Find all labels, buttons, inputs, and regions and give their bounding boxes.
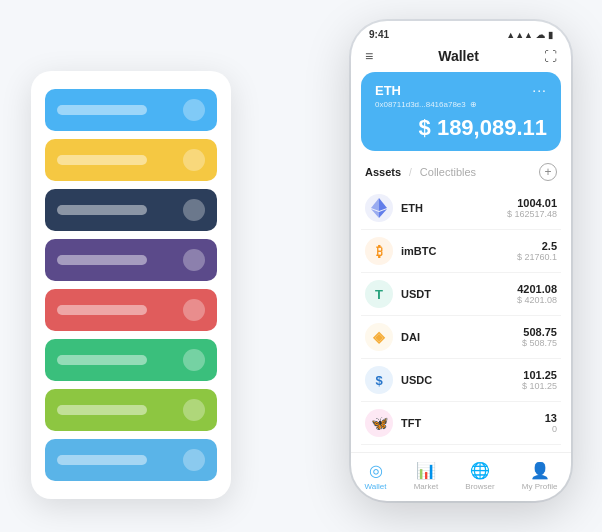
asset-row-tft[interactable]: 🦋 TFT 13 0 xyxy=(361,402,561,445)
nav-item-profile[interactable]: 👤 My Profile xyxy=(522,461,558,491)
nav-item-browser[interactable]: 🌐 Browser xyxy=(465,461,494,491)
asset-amounts: 101.25 $ 101.25 xyxy=(522,369,557,391)
asset-row-dai[interactable]: ◈ DAI 508.75 $ 508.75 xyxy=(361,316,561,359)
eth-card-options[interactable]: ··· xyxy=(532,82,547,98)
eth-icon xyxy=(365,194,393,222)
asset-row-usdc[interactable]: $ USDC 101.25 $ 101.25 xyxy=(361,359,561,402)
asset-primary-amount: 13 xyxy=(545,412,557,424)
svg-marker-0 xyxy=(371,198,379,211)
asset-row-usdt[interactable]: T USDT 4201.08 $ 4201.08 xyxy=(361,273,561,316)
list-item[interactable] xyxy=(45,89,217,131)
asset-secondary-amount: $ 4201.08 xyxy=(517,295,557,305)
asset-amounts: 1004.01 $ 162517.48 xyxy=(507,197,557,219)
asset-secondary-amount: $ 21760.1 xyxy=(517,252,557,262)
phone-header: ≡ Wallet ⛶ xyxy=(351,44,571,72)
asset-primary-amount: 101.25 xyxy=(522,369,557,381)
asset-name: imBTC xyxy=(401,245,517,257)
card-label xyxy=(57,305,147,315)
nav-label-wallet: Wallet xyxy=(365,482,387,491)
asset-primary-amount: 508.75 xyxy=(522,326,557,338)
browser-nav-icon: 🌐 xyxy=(470,461,490,480)
nav-item-wallet[interactable]: ◎ Wallet xyxy=(365,461,387,491)
wallet-nav-icon: ◎ xyxy=(369,461,383,480)
asset-primary-amount: 1004.01 xyxy=(507,197,557,209)
svg-marker-1 xyxy=(379,198,387,211)
eth-wallet-card[interactable]: ETH ··· 0x08711d3d...8416a78e3 ⊕ $ 189,0… xyxy=(361,72,561,151)
add-asset-button[interactable]: + xyxy=(539,163,557,181)
signal-icon: ▲▲▲ xyxy=(506,30,533,40)
card-label xyxy=(57,455,147,465)
imbtc-icon: ₿ xyxy=(365,237,393,265)
list-item[interactable] xyxy=(45,439,217,481)
asset-list: ETH 1004.01 $ 162517.48 ₿ imBTC 2.5 $ 21… xyxy=(351,187,571,452)
eth-balance: $ 189,089.11 xyxy=(375,115,547,141)
card-icon xyxy=(183,449,205,471)
nav-label-market: Market xyxy=(414,482,438,491)
card-label xyxy=(57,255,147,265)
asset-secondary-amount: $ 101.25 xyxy=(522,381,557,391)
card-icon xyxy=(183,149,205,171)
asset-amounts: 4201.08 $ 4201.08 xyxy=(517,283,557,305)
nav-label-profile: My Profile xyxy=(522,482,558,491)
expand-icon[interactable]: ⛶ xyxy=(544,49,557,64)
asset-primary-amount: 2.5 xyxy=(517,240,557,252)
list-item[interactable] xyxy=(45,139,217,181)
asset-secondary-amount: $ 508.75 xyxy=(522,338,557,348)
asset-name: USDT xyxy=(401,288,517,300)
asset-secondary-amount: $ 162517.48 xyxy=(507,209,557,219)
eth-card-address: 0x08711d3d...8416a78e3 ⊕ xyxy=(375,100,547,109)
page-title: Wallet xyxy=(438,48,479,64)
tab-collectibles[interactable]: Collectibles xyxy=(420,166,476,178)
main-scene: 9:41 ▲▲▲ ☁ ▮ ≡ Wallet ⛶ ETH ··· 0x08711d… xyxy=(21,21,581,511)
eth-card-title: ETH xyxy=(375,83,401,98)
bottom-nav: ◎ Wallet 📊 Market 🌐 Browser 👤 My Profile xyxy=(351,452,571,501)
profile-nav-icon: 👤 xyxy=(530,461,550,480)
asset-amounts: 13 0 xyxy=(545,412,557,434)
usdt-icon: T xyxy=(365,280,393,308)
asset-name: DAI xyxy=(401,331,522,343)
asset-name: ETH xyxy=(401,202,507,214)
assets-header: Assets / Collectibles + xyxy=(351,159,571,187)
list-item[interactable] xyxy=(45,389,217,431)
card-icon xyxy=(183,99,205,121)
list-item[interactable] xyxy=(45,189,217,231)
assets-tabs: Assets / Collectibles xyxy=(365,166,476,178)
status-bar: 9:41 ▲▲▲ ☁ ▮ xyxy=(351,21,571,44)
asset-primary-amount: 4201.08 xyxy=(517,283,557,295)
card-label xyxy=(57,405,147,415)
tab-divider: / xyxy=(409,167,412,178)
asset-amounts: 508.75 $ 508.75 xyxy=(522,326,557,348)
nav-item-market[interactable]: 📊 Market xyxy=(414,461,438,491)
tab-assets[interactable]: Assets xyxy=(365,166,401,178)
phone-mockup: 9:41 ▲▲▲ ☁ ▮ ≡ Wallet ⛶ ETH ··· 0x08711d… xyxy=(351,21,571,501)
list-item[interactable] xyxy=(45,289,217,331)
card-label xyxy=(57,105,147,115)
list-item[interactable] xyxy=(45,339,217,381)
battery-icon: ▮ xyxy=(548,30,553,40)
market-nav-icon: 📊 xyxy=(416,461,436,480)
asset-name: TFT xyxy=(401,417,545,429)
tft-icon: 🦋 xyxy=(365,409,393,437)
card-icon xyxy=(183,199,205,221)
card-label xyxy=(57,155,147,165)
card-label xyxy=(57,205,147,215)
asset-row-eth[interactable]: ETH 1004.01 $ 162517.48 xyxy=(361,187,561,230)
list-item[interactable] xyxy=(45,239,217,281)
wifi-icon: ☁ xyxy=(536,30,545,40)
card-label xyxy=(57,355,147,365)
dai-icon: ◈ xyxy=(365,323,393,351)
card-icon xyxy=(183,299,205,321)
menu-icon[interactable]: ≡ xyxy=(365,48,373,64)
dollar-sign: $ xyxy=(419,115,437,140)
nav-label-browser: Browser xyxy=(465,482,494,491)
status-icons: ▲▲▲ ☁ ▮ xyxy=(506,30,553,40)
card-icon xyxy=(183,399,205,421)
asset-secondary-amount: 0 xyxy=(545,424,557,434)
card-icon xyxy=(183,349,205,371)
usdc-icon: $ xyxy=(365,366,393,394)
asset-name: USDC xyxy=(401,374,522,386)
asset-row-imbtc[interactable]: ₿ imBTC 2.5 $ 21760.1 xyxy=(361,230,561,273)
copy-icon[interactable]: ⊕ xyxy=(470,100,477,109)
asset-amounts: 2.5 $ 21760.1 xyxy=(517,240,557,262)
eth-card-header: ETH ··· xyxy=(375,82,547,98)
